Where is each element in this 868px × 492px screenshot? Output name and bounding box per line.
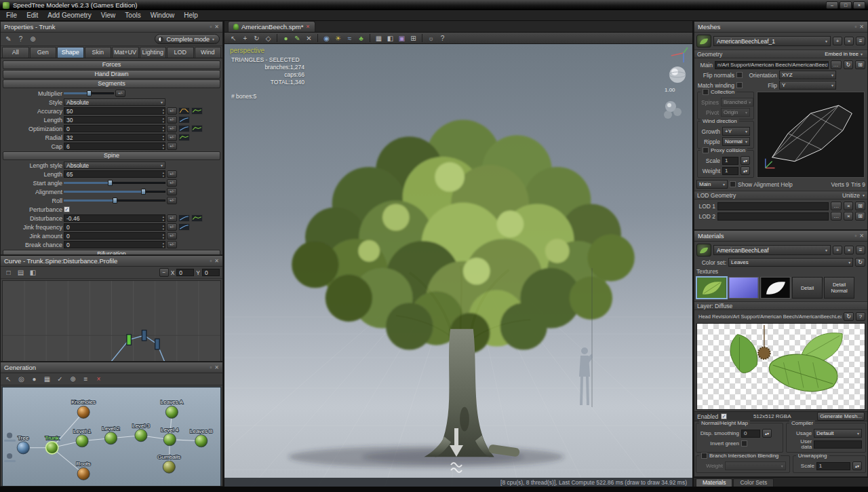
unwrap-scale-spinner[interactable]: ▴▾ (852, 461, 862, 470)
roll-slider[interactable] (64, 197, 165, 204)
reload-mesh-button[interactable]: ↻ (844, 60, 854, 69)
gen-node-level-3[interactable] (135, 430, 147, 442)
viewport-3d[interactable]: 1.00 perspective TRIANGLES - SELECTED br… (224, 44, 692, 487)
section-header-hand-drawn[interactable]: Hand Drawn (3, 70, 220, 79)
camera-icon[interactable]: ◉ (321, 33, 332, 43)
perturbance-checkbox[interactable]: ✓ (64, 206, 70, 212)
translate-icon[interactable]: + (240, 33, 250, 43)
light-gizmo[interactable]: 1.00 (664, 64, 687, 96)
optimization-curve-thumbnail[interactable] (191, 125, 203, 132)
multiplier-variance-button[interactable]: +/- (115, 90, 125, 97)
sphere-icon[interactable]: ● (29, 375, 39, 384)
rotate-icon[interactable]: ↻ (252, 33, 262, 43)
texture-help-button[interactable]: ? (856, 312, 865, 321)
close-panel-icon[interactable]: ✕ (214, 24, 219, 30)
menu-file[interactable]: File (1, 11, 22, 20)
y-input[interactable]: 0 (202, 269, 220, 276)
float-panel-icon[interactable]: ▫ (210, 258, 212, 264)
branch-intersection-checkbox[interactable] (701, 453, 707, 459)
gen-node-gumballs[interactable] (163, 461, 175, 473)
spline-edit-icon[interactable]: ✎ (292, 33, 302, 43)
match-winding-checkbox[interactable] (736, 82, 743, 88)
section-header-bifurcation[interactable]: Bifurcation (3, 250, 220, 254)
multiplier-slider[interactable] (64, 90, 114, 96)
unwrap-scale-input[interactable]: 1 (816, 462, 850, 470)
disp-smoothing-input[interactable]: 0 (741, 430, 760, 438)
gen-node-leaves-b[interactable] (195, 435, 208, 447)
menu-window[interactable]: Window (146, 11, 180, 20)
hand-drawn-mini-node[interactable] (7, 453, 12, 459)
camera-gizmo[interactable] (661, 98, 684, 121)
length-variance-button[interactable]: +/- (167, 170, 177, 178)
material-menu-button[interactable]: ≡ (856, 246, 865, 254)
close-button[interactable]: × (853, 1, 865, 9)
proxy-scale-spinner[interactable]: ▴▾ (741, 156, 750, 165)
delete-node-icon[interactable]: × (94, 375, 104, 384)
focus-icon[interactable]: ⊕ (68, 375, 78, 384)
bottom-tab-materials[interactable]: Materials (696, 478, 732, 487)
close-panel-icon[interactable]: ✕ (214, 364, 219, 371)
start-angle-variance-button[interactable]: +/- (167, 179, 177, 187)
lod2-clear-button[interactable]: × (844, 212, 853, 221)
color-set-refresh-button[interactable]: ↻ (855, 258, 865, 267)
material-selector[interactable]: AmericanBeechLeaf▾ (713, 245, 831, 255)
gen-node-trunk[interactable] (46, 442, 58, 454)
user-data-field[interactable] (814, 440, 862, 449)
radial-input[interactable]: 32▴▾ (64, 134, 165, 141)
add-mesh-button[interactable]: + (833, 37, 842, 45)
browse-mesh-button[interactable]: … (831, 60, 842, 69)
node-edit-icon[interactable]: ● (281, 33, 291, 43)
scale-icon[interactable]: ◇ (263, 33, 273, 43)
tab-all[interactable]: All (2, 47, 29, 58)
flip-icon[interactable]: ◧ (28, 268, 38, 278)
wind-direction-widget[interactable] (449, 428, 464, 474)
section-header-segments[interactable]: Segments (3, 79, 220, 88)
radial-curve-thumbnail[interactable] (178, 134, 190, 141)
optimization-curve-thumbnail[interactable] (178, 125, 190, 132)
curve-mode-icon[interactable]: □ (3, 268, 14, 278)
menu-edit[interactable]: Edit (22, 11, 43, 20)
unitize-label[interactable]: Unitize (842, 192, 860, 199)
proxy-weight-input[interactable]: 1 (722, 167, 738, 175)
grid-icon[interactable]: ▦ (374, 33, 384, 43)
flip-dropdown[interactable]: Y▾ (779, 81, 836, 90)
accuracy-variance-button[interactable]: +/- (167, 107, 177, 115)
optimization-variance-button[interactable]: +/- (167, 125, 177, 132)
gen-node-leaves-a[interactable] (165, 406, 178, 418)
tab-lighting[interactable]: Lighting (140, 47, 167, 58)
jink-frequency-curve-thumbnail[interactable] (178, 223, 190, 231)
settings-icon[interactable]: ☼ (426, 33, 436, 43)
tab-mat-uv[interactable]: Mat+UV (112, 47, 139, 58)
alignment-help-checkbox[interactable] (730, 181, 736, 187)
enabled-checkbox[interactable]: ✓ (721, 413, 727, 419)
mesh-path-field[interactable]: n/Art Support/American Beech/AmericanBee… (715, 61, 829, 69)
break-chance-input[interactable]: 0▴▾ (64, 241, 165, 248)
accuracy-input[interactable]: 50▴▾ (64, 107, 165, 115)
length-input[interactable]: 30▴▾ (64, 116, 165, 124)
length-curve-thumbnail[interactable] (178, 116, 190, 124)
invert-green-checkbox[interactable] (741, 440, 747, 447)
detail-texture-button[interactable]: Detail (792, 277, 823, 299)
section-header-spine[interactable]: Spine (3, 151, 220, 160)
maximize-button[interactable]: □ (840, 1, 852, 9)
mesh-leaf-icon[interactable] (696, 35, 711, 48)
alignment-variance-button[interactable]: +/- (167, 188, 177, 195)
texture-thumb-diffuse[interactable] (696, 277, 727, 299)
length-variance-button[interactable]: +/- (167, 116, 177, 124)
close-panel-icon[interactable]: ✕ (214, 258, 219, 264)
curve-graph[interactable] (2, 280, 221, 362)
bottom-tab-color-sets[interactable]: Color Sets (733, 478, 774, 487)
lod2-open-button[interactable]: ⊞ (855, 212, 865, 221)
disp-smoothing-spinner[interactable]: ▴▾ (762, 429, 772, 438)
close-panel-icon[interactable]: ✕ (859, 233, 864, 239)
jink-amount-variance-button[interactable]: +/- (167, 232, 177, 240)
forces-mini-node[interactable] (7, 433, 12, 438)
curve-point-4[interactable] (142, 330, 146, 341)
disturbance-curve-thumbnail[interactable] (191, 214, 203, 222)
light-icon[interactable]: ☀ (333, 33, 343, 43)
mesh-preview[interactable] (757, 92, 865, 178)
lod1-clear-button[interactable]: × (844, 202, 853, 210)
float-panel-icon[interactable]: ▫ (210, 24, 212, 30)
menu-view[interactable]: View (96, 11, 121, 20)
menu-tools[interactable]: Tools (120, 11, 145, 20)
